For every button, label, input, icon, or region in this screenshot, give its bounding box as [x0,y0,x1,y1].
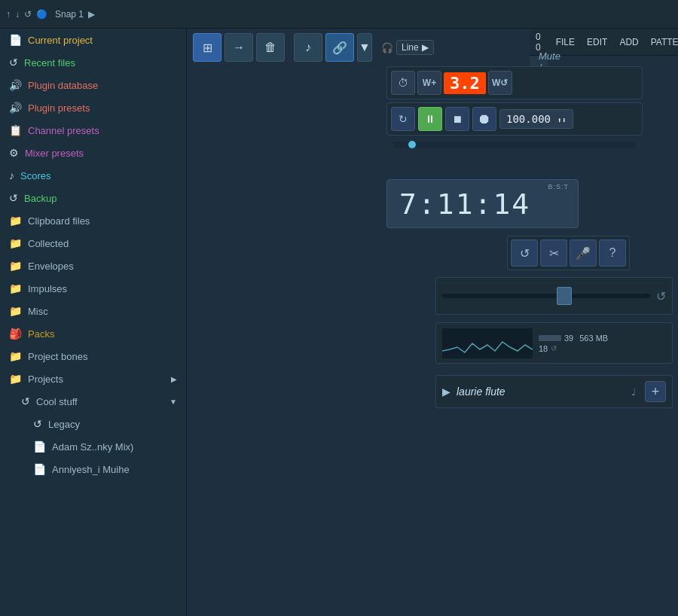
sidebar-item-label-envelopes: Envelopes [28,261,74,272]
sidebar-item-label-legacy: Legacy [48,419,80,430]
headphone-icon: 🎧 [381,42,393,53]
toolbar-grid-button[interactable]: ⊞ [193,33,221,62]
loop-icon: ↺ [551,344,557,352]
sidebar-item-plugin-database[interactable]: 🔊 Plugin database [0,74,186,96]
transport-play-button[interactable]: ⏸ [418,107,442,131]
instrument-add-button[interactable]: + [645,381,666,402]
sidebar-item-collected[interactable]: 📁 Collected [0,232,186,255]
sidebar-item-current-project[interactable]: 📄 Current project [0,29,186,51]
mixer-presets-icon: ⚙ [9,147,19,159]
tool-row: ↺ ✂ 🎤 ? [507,236,630,270]
sidebar-item-label-plugin-database: Plugin database [28,80,98,91]
line-select[interactable]: Line ▶ [396,40,434,55]
arrow-up-icon[interactable]: ↑ [6,9,11,20]
sidebar-item-packs[interactable]: 🎒 Packs [0,322,186,345]
top-bar: ↑ ↓ ↺ 🔵 Snap 1 ▶ [0,0,678,29]
transport-record-button[interactable]: ⏺ [472,107,496,131]
sidebar-item-cool-stuff[interactable]: ↺ Cool stuff ▼ [0,390,186,413]
menu-numbers: 0 0 [536,32,541,53]
cpu-bar [539,335,561,341]
transport-loop-button[interactable]: ↻ [391,107,415,131]
cool-stuff-expand-arrow[interactable]: ▼ [170,398,177,406]
tool-scissors-button[interactable]: ✂ [540,239,567,267]
bpm-arrows[interactable]: ⬆⬇ [557,116,566,124]
mixer-slider-thumb[interactable] [557,287,572,305]
menu-edit[interactable]: EDIT [581,34,613,50]
mem-value: 563 MB [579,334,608,343]
sidebar-item-label-misc: Misc [28,306,48,317]
sidebar-item-backup[interactable]: ↺ Backup [0,187,186,209]
undo-icon[interactable]: ↺ [24,9,32,20]
sidebar-item-project-bones[interactable]: 📁 Project bones [0,345,186,367]
scores-icon: ♪ [9,169,14,181]
sidebar-item-impulses[interactable]: 📁 Impulses [0,277,186,300]
bpm-value-text: 100.000 [506,113,551,125]
sidebar-item-mixer-presets[interactable]: ⚙ Mixer presets [0,142,186,164]
toolbar-music-button[interactable]: ♪ [294,33,322,62]
tool-question-button[interactable]: ? [599,239,626,267]
sidebar-item-scores[interactable]: ♪ Scores [0,164,186,187]
clipboard-icon: 📁 [9,215,22,227]
snap-label: Snap 1 [55,9,84,20]
sidebar-item-label-file1: Adam Sz..nky Mix) [52,441,133,453]
sidebar-item-label-cool-stuff: Cool stuff [36,396,78,407]
transport-stop-button[interactable]: ⏹ [445,107,469,131]
tool-refresh-button[interactable]: ↺ [511,239,538,267]
pattern-number: 3.2 [444,72,486,94]
sidebar-item-plugin-presets[interactable]: 🔊 Plugin presets [0,96,186,119]
sidebar-item-channel-presets[interactable]: 📋 Channel presets [0,119,186,142]
legacy-icon: ↺ [33,418,42,430]
sidebar-item-label-impulses: Impulses [28,283,67,294]
envelopes-icon: 📁 [9,260,22,272]
stats-numbers: 39 563 MB 18 ↺ [539,334,608,353]
transport-top-row: ⏱ W+ 3.2 W↺ [386,66,643,99]
instrument-arrow[interactable]: ▶ [442,386,450,398]
transport-progress-bar[interactable] [393,142,636,148]
line-select-arrow: ▶ [422,42,429,53]
sidebar-item-label-project-bones: Project bones [28,351,88,362]
instrument-tune-icon: ♩ [631,386,636,398]
channel-presets-icon: 📋 [9,124,22,136]
instrument-row: ▶ laurie flute ♩ + [435,375,673,408]
content-area: ⊞ → 🗑 ♪ 🔗 ▼ 🎧 Line ▶ 0 0 FILE EDIT ADD P… [187,29,678,616]
toolbar-arrow-button[interactable]: → [224,33,253,62]
plugin-presets-icon: 🔊 [9,102,22,114]
sidebar-item-recent-files[interactable]: ↺ Recent files [0,51,186,74]
menu-file[interactable]: FILE [550,34,581,50]
sidebar-item-file1[interactable]: 📄 Adam Sz..nky Mix) [0,435,186,458]
sidebar-item-label-clipboard: Clipboard files [28,215,90,227]
menu-add[interactable]: ADD [613,34,644,50]
file1-icon: 📄 [33,441,46,453]
sidebar-item-envelopes[interactable]: 📁 Envelopes [0,255,186,277]
plugin-database-icon: 🔊 [9,79,22,91]
sidebar-item-label-file2: Anniyesh_i Muihe [52,464,130,475]
slider-refresh-icon[interactable]: ↺ [656,289,666,303]
transport-metronome-button[interactable]: ⏱ [391,71,415,95]
misc-icon: 📁 [9,305,22,317]
sidebar-item-legacy[interactable]: ↺ Legacy [0,413,186,435]
tool-mic-button[interactable]: 🎤 [570,239,597,267]
transport-w1-button[interactable]: W+ [417,71,441,95]
sidebar-item-label-packs: Packs [28,328,54,340]
stats-graph [442,328,533,358]
impulses-icon: 📁 [9,282,22,294]
sidebar-item-label-projects: Projects [28,374,63,385]
transport-w2-button[interactable]: W↺ [488,71,512,95]
time-value: 7:11:14 [399,188,530,221]
sidebar-item-clipboard[interactable]: 📁 Clipboard files [0,209,186,232]
mixer-slider-track[interactable] [442,294,650,298]
toolbar-down-button[interactable]: ▼ [357,33,372,62]
toolbar-link-button[interactable]: 🔗 [325,33,354,62]
menu-patterns[interactable]: PATTERNS [645,34,678,50]
cpu-value: 39 [564,334,573,343]
snap-arrow-icon[interactable]: ▶ [88,9,95,20]
sidebar-item-file2[interactable]: 📄 Anniyesh_i Muihe [0,458,186,480]
projects-expand-arrow[interactable]: ▶ [171,375,177,383]
sidebar-item-misc[interactable]: 📁 Misc [0,300,186,322]
toolbar-row: ⊞ → 🗑 ♪ 🔗 ▼ 🎧 Line ▶ [187,29,530,66]
sidebar-item-label-collected: Collected [28,238,69,249]
toolbar-stamp-button[interactable]: 🗑 [256,33,285,62]
line-label: Line [402,42,419,53]
arrow-down-icon[interactable]: ↓ [15,9,20,20]
sidebar-item-projects[interactable]: 📁 Projects ▶ [0,367,186,390]
